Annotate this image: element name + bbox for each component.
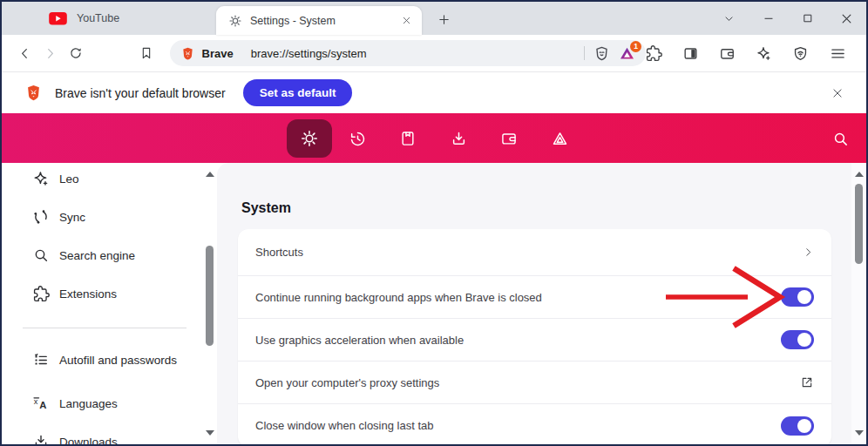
- sync-icon: [30, 208, 52, 226]
- sidebar-item-sync[interactable]: Sync: [2, 198, 202, 236]
- setting-row-shortcuts[interactable]: Shortcuts: [238, 229, 831, 276]
- sidebar-item-label: Downloads: [59, 435, 118, 445]
- setting-label: Continue running background apps when Br…: [255, 291, 781, 304]
- back-icon: [17, 46, 32, 61]
- forward-button[interactable]: [37, 40, 63, 66]
- close-window-button[interactable]: [827, 2, 866, 35]
- set-as-default-button[interactable]: Set as default: [243, 79, 353, 106]
- url-text: brave://settings/system: [251, 47, 367, 60]
- chevron-down-icon: [723, 13, 735, 24]
- brave-shields-icon[interactable]: [593, 45, 610, 62]
- sidebar-item-label: Search engine: [59, 248, 135, 263]
- extensions-button[interactable]: [646, 45, 662, 62]
- maximize-button[interactable]: [788, 2, 827, 35]
- side-panel-button[interactable]: [682, 45, 699, 62]
- plus-icon: [437, 13, 451, 26]
- page-title: System: [241, 199, 851, 217]
- tab-close-icon[interactable]: [402, 16, 411, 25]
- brave-logo-icon: [24, 84, 43, 102]
- site-label: Brave: [202, 47, 234, 60]
- bookmark-icon: [139, 46, 153, 60]
- tab-search-button[interactable]: [709, 2, 749, 35]
- maximize-icon: [802, 12, 814, 24]
- brave-logo-icon: [180, 46, 195, 61]
- setting-label: Close window when closing last tab: [255, 419, 781, 432]
- hamburger-menu-icon: [829, 44, 847, 63]
- setting-row-close-window-last-tab: Close window when closing last tab: [238, 404, 831, 444]
- tab-title: YouTube: [77, 12, 119, 24]
- gear-icon: [300, 129, 319, 148]
- search-icon: [30, 247, 52, 264]
- settings-nav-downloads[interactable]: [433, 119, 484, 158]
- graphics-acceleration-toggle-on[interactable]: [781, 330, 814, 349]
- sidebar-item-label: Sync: [59, 210, 85, 225]
- close-window-toggle-on[interactable]: [781, 416, 814, 436]
- minimize-icon: [763, 12, 775, 24]
- scrollbar-thumb[interactable]: [855, 184, 863, 264]
- settings-content: Leo Sync Search engine Extensions Autofi…: [2, 163, 866, 444]
- side-panel-icon: [682, 45, 699, 62]
- back-button[interactable]: [12, 40, 37, 66]
- vpn-shield-icon: [792, 45, 809, 62]
- sidebar-item-extensions[interactable]: Extensions: [2, 274, 202, 313]
- scrollbar-thumb[interactable]: [206, 246, 214, 346]
- sidebar-item-downloads[interactable]: Downloads: [2, 422, 202, 444]
- default-browser-infobar: Brave isn't your default browser Set as …: [2, 72, 866, 113]
- settings-search-button[interactable]: [830, 128, 851, 149]
- address-bar-divider: [584, 46, 585, 60]
- setting-row-graphics-acceleration: Use graphics acceleration when available: [238, 319, 831, 362]
- tab-youtube[interactable]: YouTube: [37, 2, 132, 35]
- tab-strip: YouTube Settings - System: [2, 2, 866, 35]
- close-icon: [831, 87, 844, 99]
- infobar-close-button[interactable]: [828, 84, 847, 103]
- leo-sparkle-icon: [30, 170, 52, 187]
- settings-gear-icon: [228, 14, 242, 28]
- browser-window: YouTube Settings - System: [0, 0, 868, 446]
- main-scrollbar[interactable]: [851, 163, 866, 444]
- scroll-up-arrow[interactable]: [855, 172, 864, 177]
- settings-nav-settings-active[interactable]: [287, 119, 332, 158]
- wallet-icon: [500, 130, 518, 147]
- background-apps-toggle-on[interactable]: [781, 287, 814, 307]
- history-icon: [349, 130, 367, 148]
- sidebar-item-autofill[interactable]: Autofill and passwords: [2, 335, 202, 384]
- vpn-button[interactable]: [792, 45, 809, 62]
- tab-settings-system[interactable]: Settings - System: [216, 6, 422, 35]
- sidebar-scrollbar[interactable]: [202, 163, 217, 444]
- forward-icon: [43, 46, 58, 61]
- chevron-right-icon: [803, 247, 814, 258]
- scroll-down-arrow[interactable]: [206, 430, 214, 436]
- settings-nav-rewards[interactable]: [534, 119, 585, 158]
- sidebar-item-leo[interactable]: Leo: [2, 163, 202, 198]
- rewards-badge: 1: [630, 41, 641, 52]
- reload-button[interactable]: [63, 40, 88, 66]
- setting-row-background-apps: Continue running background apps when Br…: [238, 276, 831, 319]
- menu-button[interactable]: [829, 44, 847, 63]
- sidebar-item-search-engine[interactable]: Search engine: [2, 236, 202, 274]
- settings-nav-wallet[interactable]: [484, 119, 534, 158]
- brave-rewards-button[interactable]: 1: [619, 45, 635, 62]
- sidebar-item-languages[interactable]: Languages: [2, 384, 202, 422]
- reload-icon: [68, 45, 84, 61]
- window-controls: [709, 2, 866, 35]
- settings-nav-history[interactable]: [332, 119, 383, 158]
- sidebar-item-label: Autofill and passwords: [59, 353, 177, 368]
- wallet-button[interactable]: [719, 45, 736, 62]
- toggle-knob: [797, 419, 811, 433]
- rewards-triangle-icon: [551, 130, 569, 148]
- setting-label: Use graphics acceleration when available: [255, 334, 781, 347]
- settings-nav-bookmarks[interactable]: [383, 119, 433, 158]
- settings-main-panel: System Shortcuts Continue running backgr…: [217, 163, 851, 444]
- setting-row-proxy-settings[interactable]: Open your computer's proxy settings: [238, 362, 831, 404]
- new-tab-button[interactable]: [432, 8, 455, 30]
- scroll-up-arrow[interactable]: [206, 172, 214, 177]
- settings-header-nav: [287, 119, 585, 158]
- puzzle-icon: [646, 45, 662, 62]
- bookmark-button[interactable]: [133, 40, 159, 66]
- sidebar-item-label: Leo: [59, 172, 79, 186]
- scroll-down-arrow[interactable]: [855, 430, 864, 436]
- leo-button[interactable]: [756, 45, 772, 62]
- close-icon: [840, 12, 853, 25]
- minimize-button[interactable]: [749, 2, 788, 35]
- address-bar[interactable]: Brave brave://settings/system 1: [170, 40, 646, 66]
